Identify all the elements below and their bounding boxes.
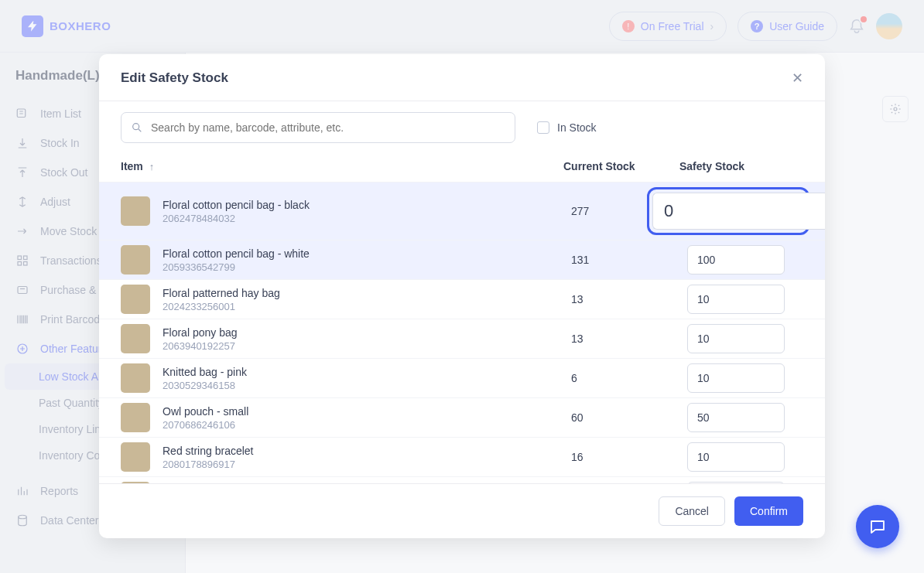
table-row[interactable]: Red string bracelet208017889691716 — [99, 437, 825, 476]
item-thumbnail — [121, 442, 150, 472]
item-sku: 2080178896917 — [163, 459, 571, 470]
current-stock: 6 — [571, 372, 687, 384]
safety-input[interactable] — [687, 363, 785, 393]
item-sku: 2070686246106 — [163, 419, 571, 431]
table-row[interactable]: Floral pony bag206394019225713 — [99, 319, 825, 358]
item-thumbnail — [121, 324, 150, 353]
item-thumbnail — [121, 196, 150, 226]
table-row[interactable]: Knitted bag - pink20305293461586 — [99, 358, 825, 397]
table-body: Floral cotton pencil bag - black20624784… — [99, 182, 825, 483]
item-thumbnail — [121, 285, 150, 314]
current-stock: 13 — [571, 333, 687, 345]
item-sku: 2063940192257 — [163, 340, 571, 352]
current-stock: 131 — [571, 254, 687, 266]
item-name: Knitted bag - pink — [163, 366, 571, 378]
safety-input[interactable] — [687, 324, 785, 353]
safety-input[interactable] — [687, 285, 785, 314]
item-sku: 2062478484032 — [163, 213, 571, 224]
item-name: Floral cotton pencil bag - black — [163, 199, 571, 211]
item-sku: 2024233256001 — [163, 301, 571, 312]
instock-label: In Stock — [557, 121, 597, 134]
item-name: Floral cotton pencil bag - white — [163, 247, 571, 260]
close-icon[interactable]: ✕ — [792, 70, 803, 87]
col-item-header[interactable]: Item ↑ — [121, 160, 563, 172]
item-name: Floral patterned hay bag — [163, 287, 571, 299]
cancel-button[interactable]: Cancel — [659, 496, 725, 526]
table-header: Item ↑ Current Stock Safety Stock — [99, 154, 825, 182]
item-info: Red string bracelet2080178896917 — [163, 445, 571, 470]
modal-title: Edit Safety Stock — [121, 70, 228, 86]
table-row[interactable]: Floral cotton pencil bag - black20624784… — [99, 182, 825, 240]
safety-input[interactable] — [652, 193, 825, 230]
checkbox-icon — [537, 121, 549, 134]
svg-point-9 — [133, 124, 139, 130]
item-info: Owl pouch - small2070686246106 — [163, 405, 571, 431]
table-row[interactable]: Owl pouch - small207068624610660 — [99, 397, 825, 437]
search-box[interactable] — [121, 112, 515, 143]
safety-input[interactable] — [687, 245, 785, 275]
safety-stock-focused: ▲▼ — [647, 187, 809, 235]
item-info: Floral cotton pencil bag - white20593365… — [163, 247, 571, 273]
item-sku: 2030529346158 — [163, 380, 571, 391]
safety-input[interactable] — [687, 403, 785, 432]
search-icon — [131, 121, 143, 134]
current-stock: 16 — [571, 451, 687, 463]
safety-input[interactable] — [687, 442, 785, 472]
item-name: Floral pony bag — [163, 326, 571, 339]
search-input[interactable] — [151, 121, 505, 134]
item-thumbnail — [121, 245, 150, 275]
item-info: Floral pony bag2063940192257 — [163, 326, 571, 352]
item-info: Knitted bag - pink2030529346158 — [163, 366, 571, 391]
table-row[interactable]: Floral patterned hay bag202423325600113 — [99, 279, 825, 319]
col-stock-header[interactable]: Current Stock — [563, 160, 679, 172]
item-name: Owl pouch - small — [163, 405, 571, 418]
table-row[interactable]: Floral cotton pencil bag - white20593365… — [99, 240, 825, 279]
item-thumbnail — [121, 403, 150, 432]
item-name: Red string bracelet — [163, 445, 571, 457]
current-stock: 13 — [571, 293, 687, 305]
col-safety-header[interactable]: Safety Stock — [679, 160, 803, 172]
confirm-button[interactable]: Confirm — [734, 496, 803, 526]
table-row[interactable]: Sewn dinosaur doll16 — [99, 476, 825, 483]
sort-asc-icon: ↑ — [149, 161, 155, 172]
item-info: Floral cotton pencil bag - black20624784… — [163, 199, 571, 224]
item-info: Floral patterned hay bag2024233256001 — [163, 287, 571, 312]
chat-fab[interactable] — [856, 505, 899, 548]
item-thumbnail — [121, 363, 150, 393]
item-sku: 2059336542799 — [163, 261, 571, 273]
edit-safety-stock-modal: Edit Safety Stock ✕ In Stock Item ↑ Curr… — [99, 54, 825, 538]
current-stock: 60 — [571, 411, 687, 424]
instock-filter[interactable]: In Stock — [537, 121, 597, 134]
